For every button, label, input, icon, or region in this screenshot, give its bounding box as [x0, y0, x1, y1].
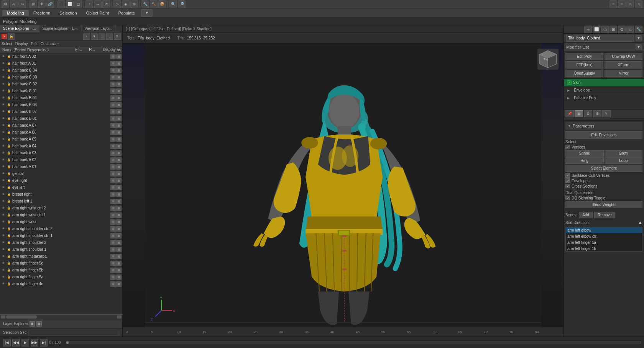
item-icon-a[interactable]: ⊞: [110, 130, 116, 135]
toolbar-icon-7[interactable]: ⬛: [58, 0, 65, 8]
lock-icon[interactable]: 🔒: [6, 261, 12, 266]
item-icon-b[interactable]: ▦: [116, 95, 122, 101]
lock-icon[interactable]: 🔒: [6, 233, 12, 239]
parameters-header[interactable]: ▼ Parameters: [565, 122, 642, 130]
lock-icon[interactable]: 🔒: [6, 109, 12, 114]
lock-icon[interactable]: 🔒: [6, 75, 12, 80]
toolbar-icon-13[interactable]: ▷: [113, 0, 121, 8]
rp-icon-1[interactable]: ✛: [584, 26, 592, 33]
scene-list-item[interactable]: 👁 🔒 arm right finger 5b ⊞ ▦: [0, 267, 122, 274]
scene-list-item[interactable]: 👁 🔒 hair back A 03 ⊞ ▦: [0, 150, 122, 157]
stack-item-skin[interactable]: ✓ Skin: [564, 79, 644, 87]
eye-icon[interactable]: 👁: [1, 109, 6, 114]
tab-freeform[interactable]: Freeform: [29, 10, 55, 16]
item-icon-b[interactable]: ▦: [116, 199, 122, 204]
toolbar-icon-9[interactable]: ◻: [74, 0, 82, 8]
rp-icon-3[interactable]: ▭: [601, 26, 609, 33]
item-icon-a[interactable]: ⊞: [110, 233, 116, 239]
lock-icon[interactable]: 🔒: [6, 206, 12, 211]
stack-item-envelope[interactable]: ▶ Envelope: [564, 87, 644, 94]
item-icon-b[interactable]: ▦: [116, 206, 122, 211]
item-icon-b[interactable]: ▦: [116, 88, 122, 94]
item-icon-a[interactable]: ⊞: [110, 68, 116, 73]
eye-icon[interactable]: 👁: [1, 185, 6, 190]
item-icon-b[interactable]: ▦: [116, 137, 122, 142]
sort-direction-arrow[interactable]: ▲: [638, 220, 642, 225]
scene-list-item[interactable]: 👁 🔒 arm right wrist ⊞ ▦: [0, 219, 122, 225]
eye-icon[interactable]: 👁: [1, 164, 6, 170]
scene-list-item[interactable]: 👁 🔒 arm right finger 4c ⊞ ▦: [0, 281, 122, 288]
scene-sort-btn[interactable]: ↕: [99, 33, 105, 40]
item-icon-a[interactable]: ⊞: [110, 254, 116, 259]
item-icon-b[interactable]: ▦: [116, 212, 122, 218]
toolbar-icon-17[interactable]: 🔨: [150, 0, 158, 8]
toolbar-icon-r1[interactable]: ○: [610, 0, 617, 8]
eye-icon[interactable]: 👁: [1, 123, 6, 128]
xform-btn[interactable]: XForm: [605, 61, 642, 69]
eye-icon[interactable]: 👁: [1, 233, 6, 239]
scene-list-item[interactable]: 👁 🔒 genital ⊞ ▦: [0, 170, 122, 177]
ring-btn[interactable]: Ring: [565, 157, 604, 164]
panel-tab-2[interactable]: Scene Explorer - Layer ...: [39, 25, 82, 32]
item-icon-a[interactable]: ⊞: [110, 54, 116, 59]
item-icon-a[interactable]: ⊞: [110, 102, 116, 108]
customize-menu[interactable]: Customize: [41, 42, 59, 46]
item-icon-b[interactable]: ▦: [116, 240, 122, 245]
eye-icon[interactable]: 👁: [1, 88, 6, 94]
eye-icon[interactable]: 👁: [1, 192, 6, 197]
toolbar-icon-4[interactable]: ⊞: [30, 0, 37, 8]
scene-list-item[interactable]: 👁 🔒 hair back A 06 ⊞ ▦: [0, 129, 122, 136]
item-icon-b[interactable]: ▦: [116, 116, 122, 121]
eye-icon[interactable]: 👁: [1, 212, 6, 218]
item-icon-a[interactable]: ⊞: [110, 261, 116, 266]
item-icon-a[interactable]: ⊞: [110, 240, 116, 245]
lock-icon[interactable]: 🔒: [6, 137, 12, 142]
item-icon-b[interactable]: ▦: [116, 109, 122, 114]
toolbar-icon-11[interactable]: ↔: [94, 0, 102, 8]
item-icon-a[interactable]: ⊞: [110, 109, 116, 114]
rp-icon-5[interactable]: ⊙: [618, 26, 626, 33]
lock-icon[interactable]: 🔒: [6, 144, 12, 149]
toolbar-icon-15[interactable]: ⊕: [130, 0, 138, 8]
bone-list-item[interactable]: arm left elbow ctrl: [566, 233, 642, 239]
scene-list-item[interactable]: 👁 🔒 hair front A 01 ⊞ ▦: [0, 60, 122, 67]
scene-list-item[interactable]: 👁 🔒 hair front A 02 ⊞ ▦: [0, 53, 122, 60]
item-icon-a[interactable]: ⊞: [110, 137, 116, 142]
item-icon-a[interactable]: ⊞: [110, 185, 116, 190]
lock-icon[interactable]: 🔒: [6, 164, 12, 170]
stack-edit-btn[interactable]: ✎: [602, 110, 611, 117]
eye-icon[interactable]: 👁: [1, 61, 6, 66]
rp-icon-2[interactable]: ⬜: [593, 26, 600, 33]
layer-icon-1[interactable]: ▦: [30, 321, 35, 327]
eye-icon[interactable]: 👁: [1, 82, 6, 87]
toolbar-icon-r4[interactable]: ○: [635, 0, 642, 8]
item-icon-b[interactable]: ▦: [116, 144, 122, 149]
lock-icon[interactable]: 🔒: [6, 254, 12, 259]
scene-list-item[interactable]: 👁 🔒 hair back A 05 ⊞ ▦: [0, 136, 122, 143]
tab-selection[interactable]: Selection: [55, 10, 81, 16]
panel-tab-1[interactable]: Scene Explorer - ...: [0, 25, 39, 32]
blend-weights-btn[interactable]: Blend Weights: [565, 201, 642, 208]
lock-icon[interactable]: 🔒: [6, 123, 12, 128]
ffd-box-btn[interactable]: FFD(box): [565, 61, 603, 69]
eye-icon[interactable]: 👁: [1, 157, 6, 163]
toolbar-icon-16[interactable]: 🔧: [141, 0, 149, 8]
lock-icon[interactable]: 🔒: [6, 219, 12, 225]
prev-frame-btn[interactable]: |◀: [3, 339, 11, 346]
rp-icon-4[interactable]: ⊞: [610, 26, 617, 33]
scene-refresh-btn[interactable]: ⟳: [114, 33, 121, 40]
eye-icon[interactable]: 👁: [1, 261, 6, 266]
lock-icon[interactable]: 🔒: [6, 185, 12, 190]
eye-icon[interactable]: 👁: [1, 144, 6, 149]
toolbar-icon-8[interactable]: ⬜: [66, 0, 74, 8]
scene-list-item[interactable]: 👁 🔒 hair back A 07 ⊞ ▦: [0, 122, 122, 129]
item-icon-a[interactable]: ⊞: [110, 281, 116, 287]
scene-list-item[interactable]: 👁 🔒 hair back C 04 ⊞ ▦: [0, 67, 122, 74]
eye-icon[interactable]: 👁: [1, 116, 6, 121]
scene-list-item[interactable]: 👁 🔒 hair back A 02 ⊞ ▦: [0, 157, 122, 163]
scene-list-item[interactable]: 👁 🔒 arm right wrist ctrl 2 ⊞ ▦: [0, 205, 122, 212]
scene-list-item[interactable]: 👁 🔒 arm right metacarpal ⊞ ▦: [0, 253, 122, 260]
item-icon-b[interactable]: ▦: [116, 171, 122, 176]
bones-list[interactable]: arm left elbowarm left elbow ctrlarm lef…: [565, 227, 642, 252]
timeline-ruler[interactable]: 0510152025303540455055606570758085: [126, 327, 560, 337]
